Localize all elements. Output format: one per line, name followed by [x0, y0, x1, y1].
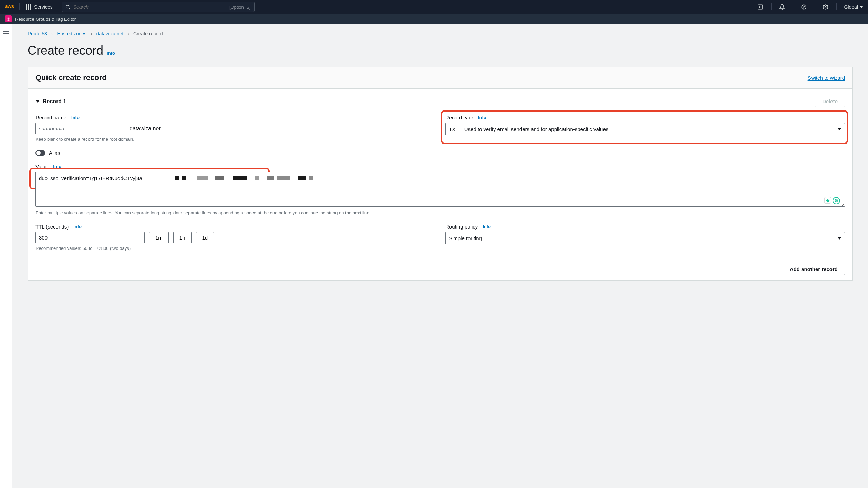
domain-suffix: datawiza.net: [130, 126, 161, 132]
aws-logo[interactable]: aws: [5, 3, 20, 10]
grammarly-icon: G: [833, 197, 840, 204]
divider: [815, 3, 815, 10]
side-gutter: [0, 24, 12, 488]
ttl-label: TTL (seconds): [35, 224, 69, 230]
top-nav: aws Services [Option+S]: [0, 0, 868, 14]
resource-groups-link[interactable]: Resource Groups & Tag Editor: [15, 17, 76, 22]
aws-smile-icon: [5, 9, 15, 10]
svg-point-5: [804, 8, 804, 8]
record-type-value: TXT – Used to verify email senders and f…: [449, 126, 608, 132]
alias-toggle[interactable]: [35, 150, 45, 156]
ttl-preset-1d[interactable]: 1d: [196, 232, 214, 243]
add-another-record-button[interactable]: Add another record: [783, 264, 845, 275]
value-info[interactable]: Info: [53, 164, 61, 169]
panel-header: Quick create record Switch to wizard: [28, 67, 852, 89]
grammarly-badge: ◆ G: [824, 197, 840, 204]
breadcrumb-hosted-zones[interactable]: Hosted zones: [57, 31, 87, 36]
chevron-down-icon: [860, 6, 863, 8]
caret-down-icon: [35, 100, 40, 103]
record-type-select[interactable]: TXT – Used to verify email senders and f…: [445, 123, 845, 135]
switch-to-wizard-link[interactable]: Switch to wizard: [808, 75, 845, 81]
sub-nav: Resource Groups & Tag Editor: [0, 14, 868, 24]
region-selector[interactable]: Global: [844, 4, 863, 10]
search-input[interactable]: [73, 4, 229, 10]
breadcrumb: Route 53 › Hosted zones › datawiza.net ›…: [28, 31, 853, 36]
record-type-info[interactable]: Info: [478, 115, 486, 120]
chevron-right-icon: ›: [51, 31, 53, 36]
value-textarea[interactable]: [35, 172, 845, 207]
global-search[interactable]: [Option+S]: [62, 2, 255, 12]
svg-point-7: [8, 18, 9, 19]
routing-value: Simple routing: [449, 235, 482, 241]
ttl-info[interactable]: Info: [73, 224, 82, 229]
record-name-input[interactable]: [35, 123, 123, 134]
ttl-input[interactable]: [35, 232, 145, 243]
grammarly-shield-icon: ◆: [824, 197, 831, 204]
record-section-toggle[interactable]: Record 1: [35, 98, 66, 105]
svg-point-6: [825, 6, 826, 8]
delete-button[interactable]: Delete: [815, 96, 845, 107]
svg-point-8: [7, 18, 10, 21]
record-name-label: Record name: [35, 115, 66, 120]
ttl-preset-1m[interactable]: 1m: [149, 232, 169, 243]
chevron-down-icon: [837, 128, 841, 130]
services-button[interactable]: Services: [23, 4, 55, 10]
breadcrumb-zone[interactable]: datawiza.net: [96, 31, 124, 36]
services-grid-icon: [26, 4, 31, 10]
services-label: Services: [34, 4, 53, 10]
ttl-preset-1h[interactable]: 1h: [173, 232, 192, 243]
divider: [793, 3, 793, 10]
search-shortcut-hint: [Option+S]: [229, 4, 251, 10]
search-icon: [65, 4, 71, 10]
cloudshell-icon[interactable]: [757, 4, 764, 10]
notifications-icon[interactable]: [779, 4, 785, 10]
chevron-right-icon: ›: [127, 31, 129, 36]
quick-create-panel: Quick create record Switch to wizard Rec…: [28, 67, 853, 281]
help-icon[interactable]: [801, 4, 807, 10]
value-helper: Enter multiple values on separate lines.…: [35, 210, 845, 215]
divider: [771, 3, 772, 10]
routing-info[interactable]: Info: [483, 224, 491, 229]
side-panel-toggle[interactable]: [3, 30, 9, 488]
alias-label: Alias: [49, 150, 60, 156]
breadcrumb-route53[interactable]: Route 53: [28, 31, 47, 36]
panel-title: Quick create record: [35, 73, 107, 82]
divider: [836, 3, 837, 10]
aws-logo-text: aws: [5, 3, 15, 9]
resource-groups-icon[interactable]: [5, 15, 12, 22]
value-label: Value: [35, 163, 48, 169]
svg-point-0: [66, 5, 69, 8]
routing-label: Routing policy: [445, 224, 478, 230]
routing-policy-select[interactable]: Simple routing: [445, 232, 845, 244]
record-name-helper: Keep blank to create a record for the ro…: [35, 137, 435, 142]
main-content: Route 53 › Hosted zones › datawiza.net ›…: [12, 24, 868, 488]
record-name-info[interactable]: Info: [71, 115, 80, 120]
svg-line-1: [69, 8, 70, 9]
chevron-down-icon: [837, 237, 841, 240]
ttl-helper: Recommended values: 60 to 172800 (two da…: [35, 246, 435, 251]
page-title: Create record: [28, 43, 103, 58]
settings-icon[interactable]: [823, 4, 829, 10]
record-type-label: Record type: [445, 115, 473, 120]
chevron-right-icon: ›: [91, 31, 92, 36]
region-label: Global: [844, 4, 858, 10]
breadcrumb-current: Create record: [133, 31, 163, 36]
record-title: Record 1: [43, 98, 66, 105]
page-info-link[interactable]: Info: [107, 51, 115, 56]
